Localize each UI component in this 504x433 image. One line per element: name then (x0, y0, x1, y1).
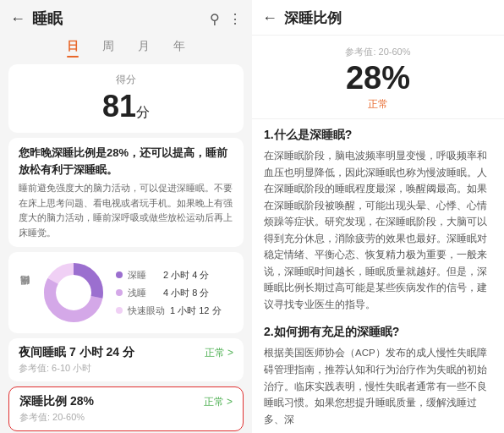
donut-chart (40, 259, 107, 326)
left-header-icons: ⚲ ⋮ (210, 11, 242, 27)
tab-week[interactable]: 周 (102, 39, 114, 58)
rem-dot (116, 307, 123, 314)
tab-year[interactable]: 年 (173, 39, 185, 58)
deep-sleep-ratio-status[interactable]: 正常 > (204, 395, 233, 409)
right-content: 1.什么是深睡眠? 在深睡眠阶段，脑电波频率明显变慢，呼吸频率和血压也明显降低，… (252, 119, 504, 433)
night-sleep-section[interactable]: 夜间睡眠 7 小时 24 分 正常 > 参考值: 6-10 小时 (8, 338, 244, 381)
right-header: ← 深睡比例 (252, 0, 504, 36)
svg-point-3 (58, 277, 89, 308)
left-back-button[interactable]: ← (10, 10, 25, 28)
legend-light: 浅睡 4 小时 8 分 (116, 287, 233, 299)
deep-sleep-label: 深睡 (128, 269, 158, 282)
legend-deep: 深睡 2 小时 4 分 (116, 269, 233, 282)
left-panel: ← 睡眠 ⚲ ⋮ 日 周 月 年 得分 81分 您昨晚深睡比例是28%，还可以提… (0, 0, 252, 433)
legend: 深睡 2 小时 4 分 浅睡 4 小时 8 分 快速眼动 1 小时 12 分 (116, 269, 233, 317)
score-section: 得分 81分 (8, 64, 244, 133)
tab-day[interactable]: 日 (67, 39, 79, 58)
right-title: 深睡比例 (284, 8, 342, 28)
deep-sleep-value: 2 小时 4 分 (163, 269, 209, 282)
chart-section: 睡眠比例 深睡 2 小时 4 分 浅睡 (8, 252, 244, 333)
rem-value: 1 小时 12 分 (170, 304, 222, 317)
pct-ref: 参考值: 20-60% (345, 46, 410, 58)
person-icon[interactable]: ⚲ (210, 11, 220, 27)
night-sleep-status[interactable]: 正常 > (205, 346, 233, 360)
section1-body: 在深睡眠阶段，脑电波频率明显变慢，呼吸频率和血压也明显降低，因此深睡眠也称为慢波… (264, 148, 492, 313)
light-sleep-dot (116, 289, 123, 296)
deep-sleep-ref: 参考值: 20-60% (19, 411, 233, 424)
rem-label: 快速眼动 (128, 304, 165, 317)
pct-status: 正常 (368, 97, 388, 112)
score-label: 得分 (20, 73, 232, 87)
tabs-row: 日 周 月 年 (0, 36, 252, 58)
more-icon[interactable]: ⋮ (228, 11, 242, 27)
legend-rem: 快速眼动 1 小时 12 分 (116, 304, 233, 317)
deep-sleep-dot (116, 271, 123, 278)
left-title: 睡眠 (32, 8, 210, 29)
section1-heading: 1.什么是深睡眠? (264, 128, 492, 143)
light-sleep-value: 4 小时 8 分 (163, 287, 209, 299)
score-value: 81分 (20, 89, 232, 124)
left-header: ← 睡眠 ⚲ ⋮ (0, 0, 252, 36)
pct-card: 参考值: 20-60% 28% 正常 (252, 36, 504, 119)
desc-highlight: 您昨晚深睡比例是28%，还可以提高，睡前放松有利于深睡眠。 (19, 145, 233, 178)
pct-value: 28% (346, 62, 410, 94)
light-sleep-label: 浅睡 (128, 287, 158, 299)
section2-body: 根据美国医师协会（ACP）发布的成人慢性失眠障碍管理指南，推荐认知和行为治疗作为… (264, 345, 492, 428)
tab-month[interactable]: 月 (138, 39, 150, 58)
night-sleep-ref: 参考值: 6-10 小时 (19, 362, 233, 375)
section2-heading: 2.如何拥有充足的深睡眠? (264, 325, 492, 340)
right-panel: ← 深睡比例 参考值: 20-60% 28% 正常 1.什么是深睡眠? 在深睡眠… (252, 0, 504, 433)
deep-sleep-section[interactable]: 深睡比例 28% 正常 > 参考值: 20-60% (8, 386, 244, 431)
desc-text: 睡前避免强度大的脑力活动，可以促进深睡眠。不要在床上思考问题、看电视或者玩手机。… (19, 181, 233, 240)
right-back-button[interactable]: ← (262, 9, 277, 27)
night-sleep-title: 夜间睡眠 7 小时 24 分 (19, 345, 134, 360)
desc-section: 您昨晚深睡比例是28%，还可以提高，睡前放松有利于深睡眠。 睡前避免强度大的脑力… (8, 138, 244, 247)
deep-sleep-ratio-title: 深睡比例 28% (19, 394, 94, 409)
